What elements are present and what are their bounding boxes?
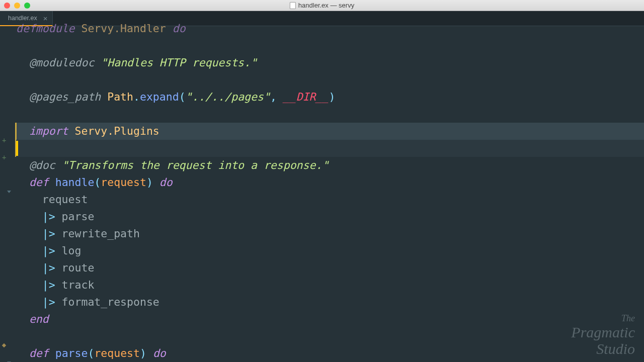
code-line: @moduledoc "Handles HTTP requests." (16, 54, 644, 71)
fold-arrow-icon[interactable] (7, 191, 11, 193)
git-modified-icon (2, 343, 6, 347)
code-line (16, 328, 644, 345)
close-window-icon[interactable] (4, 3, 10, 9)
code-line: @pages_path Path.expand("../../pages", _… (16, 88, 644, 106)
code-line: def parse(request) do (16, 345, 644, 362)
text-cursor (16, 141, 18, 156)
code-line: |> log (16, 242, 644, 259)
code-line: end (16, 311, 644, 328)
window-title: handler.ex — servy (290, 2, 354, 9)
watermark-logo: The PragmaticStudio (571, 314, 635, 357)
code-line: |> parse (16, 208, 644, 225)
code-line-cursor (16, 140, 644, 157)
editor[interactable]: + + defmodule Servy.Handler do @moduledo… (0, 26, 644, 362)
window-titlebar: handler.ex — servy (0, 0, 644, 11)
code-area[interactable]: defmodule Servy.Handler do @moduledoc "H… (14, 26, 644, 362)
code-line (16, 37, 644, 54)
code-line-selected: import Servy.Plugins (16, 123, 644, 140)
code-line: request (16, 191, 644, 208)
git-added-icon: + (2, 136, 6, 144)
file-icon (290, 2, 296, 9)
maximize-window-icon[interactable] (24, 3, 30, 9)
code-line: |> track (16, 277, 644, 294)
code-line: |> route (16, 259, 644, 277)
minimize-window-icon[interactable] (14, 3, 20, 9)
code-line: |> rewrite_path (16, 225, 644, 242)
code-line: |> format_response (16, 294, 644, 311)
code-line (16, 71, 644, 88)
code-line (16, 106, 644, 123)
code-line: @doc "Transforms the request into a resp… (16, 157, 644, 174)
window-title-text: handler.ex — servy (298, 2, 354, 9)
code-line: defmodule Servy.Handler do (16, 20, 644, 37)
gutter: + + (0, 26, 14, 362)
code-line: def handle(request) do (16, 174, 644, 191)
git-added-icon: + (2, 153, 6, 161)
traffic-lights (0, 3, 30, 9)
